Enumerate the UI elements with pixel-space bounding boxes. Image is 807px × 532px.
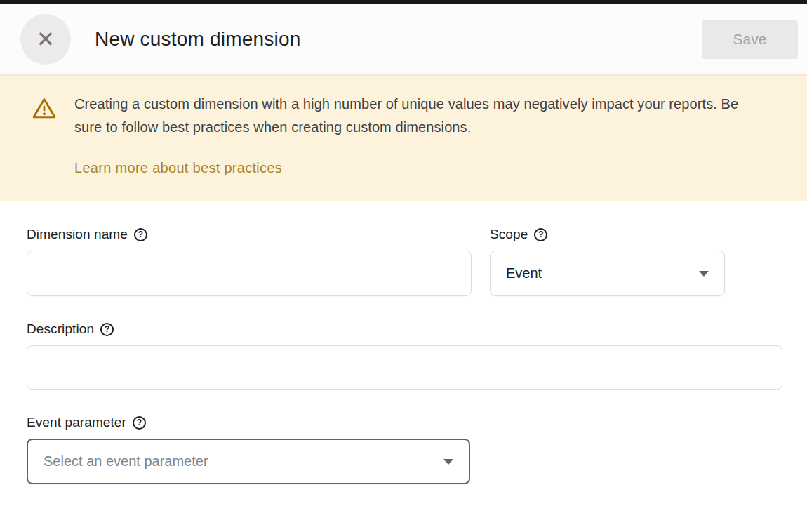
chevron-down-icon [443,459,453,465]
description-input[interactable] [27,345,782,390]
new-custom-dimension-dialog: ✕ New custom dimension Save Creating a c… [0,0,807,532]
best-practices-link[interactable]: Learn more about best practices [74,160,282,176]
help-icon[interactable]: ? [133,416,146,430]
warning-banner: Creating a custom dimension with a high … [0,74,807,201]
save-button[interactable]: Save [702,20,798,59]
page-title: New custom dimension [95,28,702,51]
scope-selected-value: Event [506,265,699,281]
warning-icon [32,97,56,119]
help-icon[interactable]: ? [534,228,547,241]
warning-banner-body: Creating a custom dimension with a high … [74,93,765,176]
custom-dimension-form: Dimension name ? Scope ? Event Descripti… [0,201,807,484]
dimension-name-input[interactable] [27,251,472,296]
close-icon: ✕ [36,28,55,51]
scope-select[interactable]: Event [490,251,725,296]
dialog-header: ✕ New custom dimension Save [0,4,807,74]
warning-message: Creating a custom dimension with a high … [74,93,765,139]
close-button[interactable]: ✕ [20,14,71,65]
help-icon[interactable]: ? [100,323,114,336]
event-parameter-select[interactable]: Select an event parameter [27,439,470,484]
help-icon[interactable]: ? [134,228,147,241]
dimension-name-label: Dimension name [27,227,128,242]
scope-label: Scope [490,227,528,242]
chevron-down-icon [699,271,709,277]
event-parameter-label: Event parameter [27,415,126,430]
description-label: Description [27,321,94,337]
event-parameter-placeholder: Select an event parameter [44,453,443,470]
